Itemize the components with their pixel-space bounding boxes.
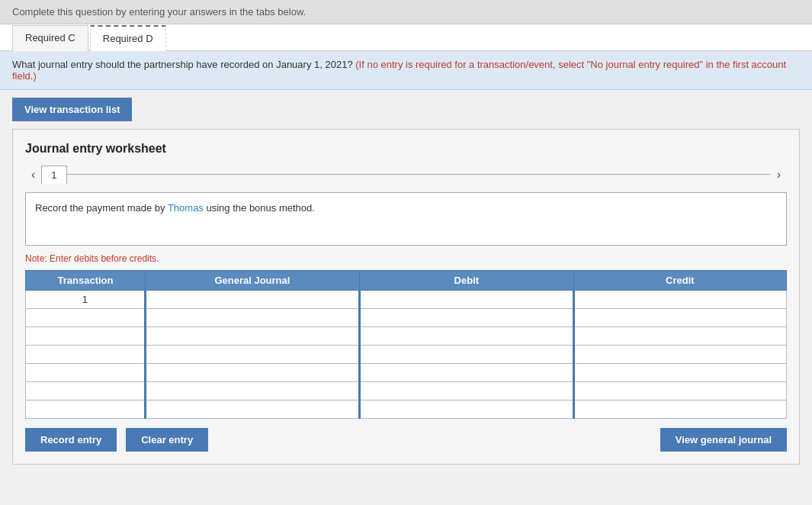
credit-cell[interactable] <box>573 327 786 346</box>
gj-input[interactable] <box>146 346 358 363</box>
credit-input[interactable] <box>575 400 786 418</box>
gj-input[interactable] <box>146 382 358 400</box>
debit-cell[interactable] <box>359 291 573 309</box>
credit-input[interactable] <box>575 364 786 381</box>
gj-input[interactable] <box>146 327 358 345</box>
credit-cell[interactable] <box>573 400 786 419</box>
gj-input[interactable] <box>146 309 358 326</box>
transaction-cell: 1 <box>26 291 146 309</box>
debit-cell[interactable] <box>359 382 573 400</box>
gj-cell[interactable] <box>145 291 359 309</box>
transaction-cell <box>26 400 146 419</box>
credit-cell[interactable] <box>573 382 786 400</box>
debit-input[interactable] <box>361 346 573 363</box>
debit-cell[interactable] <box>359 346 573 364</box>
gj-cell[interactable] <box>145 382 359 400</box>
col-header-credit: Credit <box>573 271 786 291</box>
record-entry-button[interactable]: Record entry <box>25 428 117 452</box>
credit-input[interactable] <box>575 291 786 308</box>
prev-tab-button[interactable]: ‹ <box>25 165 41 185</box>
tabs-bar: Required C Required D <box>0 24 812 51</box>
instruction-main: What journal entry should the partnershi… <box>12 59 353 70</box>
gj-input[interactable] <box>146 291 358 308</box>
tab-line <box>67 174 771 175</box>
col-header-general-journal: General Journal <box>145 271 359 291</box>
debit-cell[interactable] <box>359 327 573 346</box>
view-transaction-button[interactable]: View transaction list <box>12 98 132 121</box>
desc-name: Thomas <box>168 202 204 214</box>
table-row <box>26 364 787 382</box>
transaction-cell <box>26 346 146 364</box>
clear-entry-button[interactable]: Clear entry <box>126 428 208 452</box>
table-row <box>26 309 787 327</box>
tab-required-d[interactable]: Required D <box>90 25 166 51</box>
gj-cell[interactable] <box>145 309 359 327</box>
table-row <box>26 346 787 364</box>
debit-cell[interactable] <box>359 309 573 327</box>
debit-cell[interactable] <box>359 400 573 419</box>
view-general-journal-button[interactable]: View general journal <box>660 428 787 452</box>
desc-part-2: using the bonus method. <box>204 202 315 214</box>
col-header-transaction: Transaction <box>26 271 146 291</box>
debit-input[interactable] <box>361 400 573 418</box>
credit-input[interactable] <box>575 327 786 345</box>
credit-input[interactable] <box>575 309 786 326</box>
transaction-cell <box>26 309 146 327</box>
worksheet-container: Journal entry worksheet ‹ 1 › Record the… <box>12 129 800 465</box>
tab-required-c[interactable]: Required C <box>12 25 88 51</box>
worksheet-title: Journal entry worksheet <box>25 142 787 156</box>
credit-cell[interactable] <box>573 291 786 309</box>
table-row <box>26 382 787 400</box>
col-header-debit: Debit <box>359 271 573 291</box>
desc-part-1: Record the payment made by <box>35 202 168 214</box>
debit-input[interactable] <box>361 309 573 326</box>
tab-navigation: ‹ 1 › <box>25 165 787 185</box>
debit-input[interactable] <box>361 291 573 308</box>
gj-input[interactable] <box>146 400 358 418</box>
next-tab-button[interactable]: › <box>771 165 787 185</box>
gj-cell[interactable] <box>145 400 359 419</box>
table-row <box>26 327 787 346</box>
gj-cell[interactable] <box>145 327 359 346</box>
gj-cell[interactable] <box>145 346 359 364</box>
gj-input[interactable] <box>146 364 358 381</box>
button-row: Record entry Clear entry View general jo… <box>25 428 787 452</box>
credit-input[interactable] <box>575 382 786 400</box>
top-banner: Complete this question by entering your … <box>0 0 812 24</box>
table-row: 1 <box>26 291 787 309</box>
gj-cell[interactable] <box>145 364 359 382</box>
note-text: Note: Enter debits before credits. <box>25 253 787 264</box>
description-box: Record the payment made by Thomas using … <box>25 192 787 246</box>
banner-text: Complete this question by entering your … <box>12 6 306 18</box>
debit-input[interactable] <box>361 382 573 400</box>
tab-number: 1 <box>41 166 66 184</box>
transaction-cell <box>26 382 146 400</box>
instruction-box: What journal entry should the partnershi… <box>0 51 812 90</box>
journal-table: Transaction General Journal Debit Credit… <box>25 270 787 419</box>
credit-input[interactable] <box>575 346 786 363</box>
debit-cell[interactable] <box>359 364 573 382</box>
table-row <box>26 400 787 419</box>
credit-cell[interactable] <box>573 364 786 382</box>
credit-cell[interactable] <box>573 309 786 327</box>
debit-input[interactable] <box>361 364 573 381</box>
transaction-cell <box>26 364 146 382</box>
debit-input[interactable] <box>361 327 573 345</box>
credit-cell[interactable] <box>573 346 786 364</box>
transaction-cell <box>26 327 146 346</box>
